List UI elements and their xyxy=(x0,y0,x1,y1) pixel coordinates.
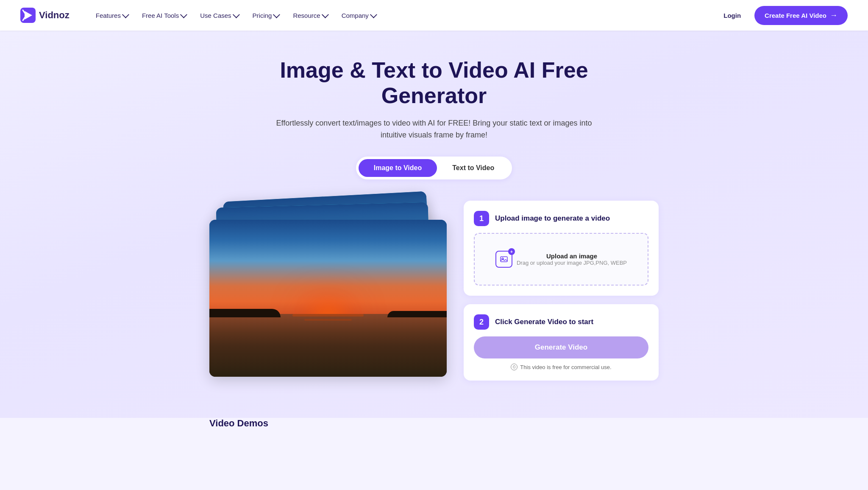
hero-subtitle: Effortlessly convert text/images to vide… xyxy=(273,117,595,142)
navbar: Vidnoz Features Free AI Tools Use Cases … xyxy=(0,0,868,31)
upload-main-text: Upload an image xyxy=(517,252,627,260)
nav-use-cases[interactable]: Use Cases xyxy=(194,8,244,22)
svg-rect-2 xyxy=(501,257,507,262)
upload-sub-text: Drag or upload your image JPG,PNG, WEBP xyxy=(517,260,627,266)
step2-card: 2 Click Generate Video to start Generate… xyxy=(464,304,659,381)
video-demos-title: Video Demos xyxy=(209,418,659,429)
nav-right: Login Create Free AI Video → xyxy=(717,6,848,25)
plus-icon: + xyxy=(508,248,515,255)
copyright-icon: © xyxy=(511,364,517,370)
logo-text: Vidnoz xyxy=(39,10,70,21)
video-demos-section: Video Demos xyxy=(201,418,667,446)
nav-links: Features Free AI Tools Use Cases Pricing… xyxy=(90,8,717,22)
chevron-down-icon xyxy=(370,11,377,18)
chevron-down-icon xyxy=(322,11,329,18)
nav-resource[interactable]: Resource xyxy=(287,8,333,22)
upload-area[interactable]: + Upload an image Drag or upload your im… xyxy=(474,233,648,286)
chevron-down-icon xyxy=(232,11,239,18)
upload-icon: + xyxy=(495,251,512,268)
nav-free-ai-tools[interactable]: Free AI Tools xyxy=(136,8,192,22)
chevron-down-icon xyxy=(273,11,280,18)
nav-pricing[interactable]: Pricing xyxy=(247,8,285,22)
hero-section: Image & Text to Video AI Free Generator … xyxy=(0,31,868,418)
tab-group: Image to Video Text to Video xyxy=(356,157,512,179)
step2-title: Click Generate Video to start xyxy=(495,318,593,326)
logo-icon xyxy=(20,8,36,23)
generate-video-button[interactable]: Generate Video xyxy=(474,336,648,358)
main-content: 1 Upload image to generate a video + xyxy=(201,196,667,398)
tab-image-to-video[interactable]: Image to Video xyxy=(359,159,437,177)
login-button[interactable]: Login xyxy=(717,8,748,22)
step1-title: Upload image to generate a video xyxy=(495,214,610,223)
create-free-ai-video-button[interactable]: Create Free AI Video → xyxy=(754,6,848,25)
nav-features[interactable]: Features xyxy=(90,8,134,22)
arrow-icon: → xyxy=(830,11,837,20)
right-panel: 1 Upload image to generate a video + xyxy=(464,196,659,381)
step2-header: 2 Click Generate Video to start xyxy=(474,314,648,330)
image-stack xyxy=(209,196,447,366)
step1-number: 1 xyxy=(474,211,489,226)
step1-header: 1 Upload image to generate a video xyxy=(474,211,648,226)
commercial-note: © This video is free for commercial use. xyxy=(474,364,648,370)
step2-number: 2 xyxy=(474,314,489,330)
tab-text-to-video[interactable]: Text to Video xyxy=(437,159,509,177)
chevron-down-icon xyxy=(180,11,187,18)
chevron-down-icon xyxy=(122,11,129,18)
page-title: Image & Text to Video AI Free Generator xyxy=(243,58,625,109)
image-card-front xyxy=(209,220,447,377)
step1-card: 1 Upload image to generate a video + xyxy=(464,201,659,296)
logo[interactable]: Vidnoz xyxy=(20,8,70,23)
nav-company[interactable]: Company xyxy=(336,8,381,22)
